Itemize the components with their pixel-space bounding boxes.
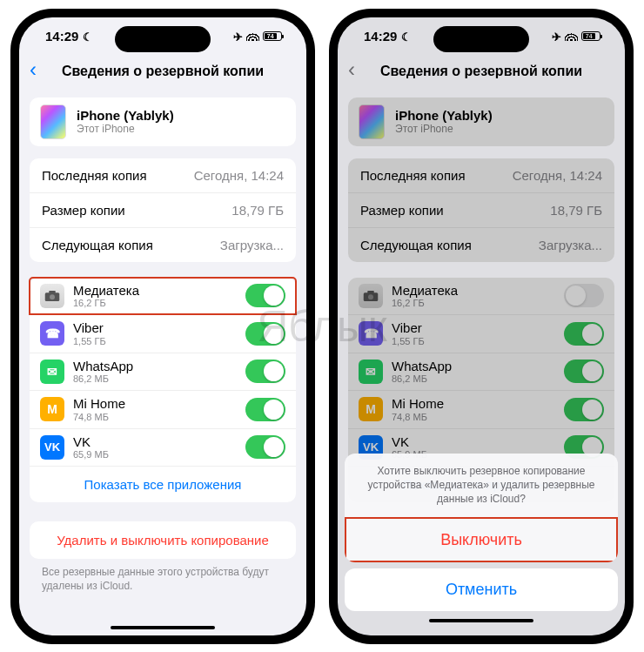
app-size: 65,9 МБ <box>73 449 237 460</box>
app-size: 16,2 ГБ <box>73 298 237 308</box>
action-sheet: Хотите выключить резервное копирование у… <box>338 17 625 635</box>
app-toggle[interactable] <box>245 435 285 459</box>
app-size: 74,8 МБ <box>73 412 237 422</box>
phone-right: 14:29 ☾ 74 ‹ Сведения о резервной копии … <box>329 9 634 644</box>
backup-size-row: Размер копии18,79 ГБ <box>30 192 296 227</box>
status-bar: 14:29 ☾ 74 <box>19 17 306 56</box>
nav-bar: ‹ Сведения о резервной копии <box>19 56 306 87</box>
apps-card: Медиатека16,2 ГБ☎Viber1,55 ГБ✉WhatsApp86… <box>30 278 296 503</box>
home-indicator <box>19 620 306 635</box>
photos-icon <box>40 284 64 308</box>
next-backup-row: Следующая копияЗагрузка... <box>30 227 296 262</box>
app-size: 86,2 МБ <box>73 373 237 384</box>
sheet-cancel-button[interactable]: Отменить <box>345 568 618 611</box>
svg-point-2 <box>50 294 55 299</box>
vk-icon: VK <box>40 435 64 460</box>
delete-backup-button[interactable]: Удалить и выключить копирование <box>30 521 296 559</box>
app-name: Медиатека <box>73 284 237 299</box>
mi-icon: M <box>40 397 64 421</box>
app-name: WhatsApp <box>73 360 237 374</box>
app-toggle[interactable] <box>245 398 285 421</box>
app-row-photos: Медиатека16,2 ГБ <box>30 278 296 315</box>
app-row-mi: MMi Home74,8 МБ <box>30 390 296 428</box>
app-row-wa: ✉WhatsApp86,2 МБ <box>30 353 296 391</box>
backup-info-card: Последняя копияСегодня, 14:24 Размер коп… <box>30 158 296 262</box>
svg-rect-1 <box>49 291 56 293</box>
phone-left: 14:29 ☾ 74 ‹ Сведения о резервной копии … <box>10 9 315 644</box>
app-row-vk: VKVK65,9 МБ <box>30 428 296 467</box>
app-row-viber: ☎Viber1,55 ГБ <box>30 314 296 353</box>
app-toggle[interactable] <box>245 284 285 307</box>
status-time: 14:29 <box>45 29 78 44</box>
sheet-message: Хотите выключить резервное копирование у… <box>345 454 618 517</box>
dnd-icon: ☾ <box>83 30 93 44</box>
app-name: Viber <box>73 321 237 336</box>
app-name: Mi Home <box>73 397 237 412</box>
footer-note: Все резервные данные этого устройства бу… <box>30 559 296 593</box>
last-backup-row: Последняя копияСегодня, 14:24 <box>30 158 296 192</box>
wifi-icon <box>246 29 259 44</box>
device-name: iPhone (Yablyk) <box>77 108 174 123</box>
viber-icon: ☎ <box>40 321 64 346</box>
device-card: iPhone (Yablyk) Этот iPhone <box>30 97 296 146</box>
battery-icon: 74 <box>263 31 282 41</box>
airplane-icon <box>233 29 243 44</box>
sheet-turn-off-button[interactable]: Выключить <box>345 517 618 562</box>
device-sub: Этот iPhone <box>77 123 174 135</box>
page-title: Сведения о резервной копии <box>62 64 264 79</box>
device-icon <box>40 104 66 139</box>
back-button[interactable]: ‹ <box>30 59 37 80</box>
show-all-apps-button[interactable]: Показать все приложения <box>30 466 296 502</box>
wa-icon: ✉ <box>40 360 64 384</box>
app-toggle[interactable] <box>245 360 285 383</box>
app-toggle[interactable] <box>245 322 285 346</box>
app-size: 1,55 ГБ <box>73 336 237 346</box>
app-name: VK <box>73 435 237 450</box>
